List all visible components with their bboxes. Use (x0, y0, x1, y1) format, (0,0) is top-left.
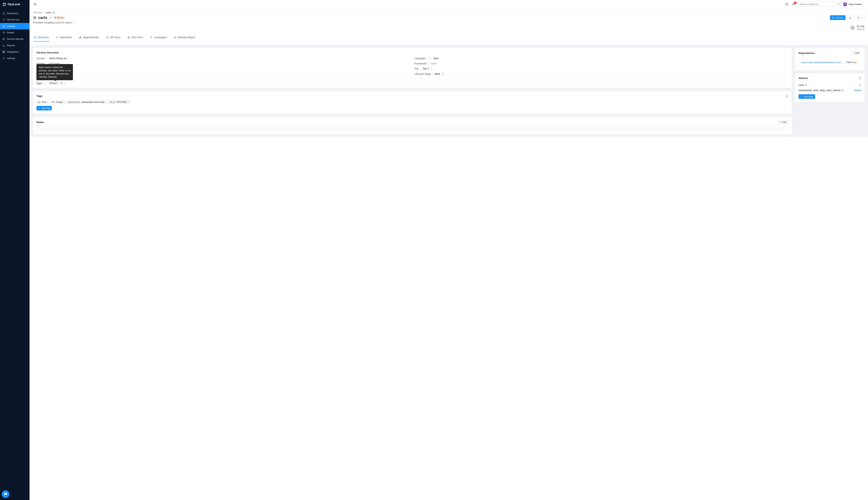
settings-dropdown-button[interactable]: ⌄ (855, 15, 865, 20)
edit-type-button[interactable] (64, 82, 66, 84)
tag-chip: gitlab-group : weaveworks-sock-shop ✕ (67, 100, 107, 104)
dashboard-icon (2, 12, 5, 14)
info-icon[interactable]: i (43, 82, 45, 84)
svg-rect-6 (4, 52, 5, 53)
svg-rect-10 (53, 12, 54, 13)
edit-description-button[interactable] (73, 22, 75, 24)
svg-point-1 (3, 32, 4, 33)
grid-icon (2, 50, 5, 53)
aliases-card: Aliases cartsweaveworks_sock_shop_carts_… (795, 73, 865, 102)
logo[interactable]: OpsLevel (0, 0, 30, 9)
edit-notes-button[interactable]: Edit (778, 120, 788, 124)
info-icon[interactable]: i (431, 68, 433, 70)
remove-tag-button[interactable]: ✕ (47, 101, 48, 103)
add-alias-button[interactable]: ＋ Add Alias (799, 94, 815, 99)
nav-self-service[interactable]: Self-Service › (0, 16, 30, 23)
chevron-right-icon: › (26, 25, 27, 27)
delete-alias-button[interactable]: Delete (854, 89, 861, 92)
copy-icon[interactable] (53, 11, 55, 14)
page-header: Services / carts carts Bronze (30, 9, 868, 45)
nav-catalog[interactable]: Catalog › (0, 23, 30, 29)
info-icon[interactable] (786, 95, 788, 98)
menu-fold-icon (34, 3, 37, 6)
user-menu[interactable]: HH Haley Hnatiw ⌄ (843, 2, 865, 6)
tab-maturity[interactable]: Maturity Report (173, 34, 195, 42)
download-button[interactable] (847, 15, 854, 20)
page-body: Service Overview Domain:Demo Shops Inc L… (30, 45, 868, 137)
tier-badge: Bronze (53, 16, 65, 20)
tab-dependencies[interactable]: Dependencies (79, 34, 100, 42)
info-icon[interactable] (858, 77, 861, 80)
info-icon[interactable]: i (442, 73, 444, 75)
svg-point-12 (858, 18, 859, 18)
remove-tag-button[interactable]: ✕ (128, 101, 129, 103)
copy-icon[interactable] (842, 89, 844, 91)
chevron-down-icon: ⌄ (861, 17, 862, 19)
nav-maturity[interactable]: Service Maturity › (0, 36, 30, 42)
pencil-icon (779, 121, 781, 123)
pencil-icon (64, 82, 66, 84)
svg-rect-17 (79, 38, 80, 38)
nav-reports[interactable]: Reports › (0, 42, 30, 49)
copy-icon[interactable] (805, 84, 807, 86)
actions-button[interactable]: Actions (830, 15, 845, 20)
remove-tag-button[interactable]: ✕ (105, 101, 106, 103)
nav-label: Settings (7, 57, 15, 59)
nav-label: Dashboard (7, 12, 18, 14)
topbar: 1 HH Haley Hnatiw ⌄ (30, 0, 868, 9)
tree-icon (79, 36, 82, 39)
edit-repos-button[interactable]: Edit (850, 51, 861, 55)
svg-point-7 (3, 58, 4, 59)
lock-icon (859, 84, 861, 86)
link-icon (106, 36, 109, 39)
remove-tag-button[interactable]: ✕ (64, 101, 65, 103)
svg-rect-25 (859, 85, 861, 86)
overview-title: Service Overview (36, 51, 59, 54)
check-circle-icon (2, 38, 5, 40)
alias-name: carts (799, 84, 804, 87)
search-input[interactable] (798, 2, 841, 7)
overview-framework: None (431, 62, 436, 65)
tab-tech-docs[interactable]: Tech Docs (127, 34, 144, 42)
nav-integrations[interactable]: Integrations › (0, 49, 30, 55)
tab-summary[interactable]: Summary (34, 34, 49, 42)
svg-point-11 (55, 17, 56, 18)
nav-label: Reports (7, 44, 15, 47)
view-in-button[interactable]: View in (845, 60, 858, 64)
add-tag-button[interactable]: ＋ Add Tag (36, 106, 52, 111)
edit-title-button[interactable] (49, 16, 52, 19)
chevron-right-icon: › (26, 32, 27, 34)
overview-card: Service Overview Domain:Demo Shops Inc L… (33, 48, 792, 88)
repos-card: Repositories Edit demo-store-opslevel/we… (795, 48, 865, 70)
help-button[interactable] (785, 2, 789, 7)
collapse-sidebar-button[interactable] (33, 2, 37, 7)
pencil-icon (73, 22, 75, 24)
svg-point-13 (852, 27, 853, 27)
tab-operations[interactable]: Operations (55, 34, 72, 42)
svg-rect-16 (80, 36, 81, 37)
svg-point-9 (838, 3, 839, 5)
notes-title: Notes (36, 121, 44, 124)
nav-dashboard[interactable]: Dashboard (0, 10, 30, 16)
breadcrumb-root[interactable]: Services (33, 11, 42, 14)
aliases-title: Aliases (799, 77, 808, 80)
nav-settings[interactable]: Settings › (0, 55, 30, 61)
overview-tier: Tier 2 (423, 67, 429, 70)
overview-lifecycle: Beta (435, 72, 440, 75)
notifications-button[interactable]: 1 (791, 2, 796, 7)
nav-people[interactable]: People › (0, 29, 30, 36)
nav-label: Catalog (7, 25, 15, 27)
check-circle-icon (174, 36, 176, 39)
tab-campaigns[interactable]: Campaigns (150, 34, 167, 42)
svg-rect-18 (81, 38, 81, 38)
chevron-right-icon: › (26, 38, 27, 40)
sidebar: OpsLevel Dashboard Self-Service › Catalo… (0, 0, 30, 500)
nav-label: Integrations (7, 50, 19, 53)
oncall-avatar (850, 25, 855, 30)
tag-chip: api : true ✕ (36, 100, 49, 104)
support-chat-button[interactable] (2, 490, 9, 498)
repo-link[interactable]: demo-store-opslevel/weaveworks-sock-shop… (801, 61, 844, 64)
tab-api-docs[interactable]: API Docs (106, 34, 121, 42)
overview-language: Java (433, 57, 438, 60)
user-avatar: HH (843, 2, 847, 6)
